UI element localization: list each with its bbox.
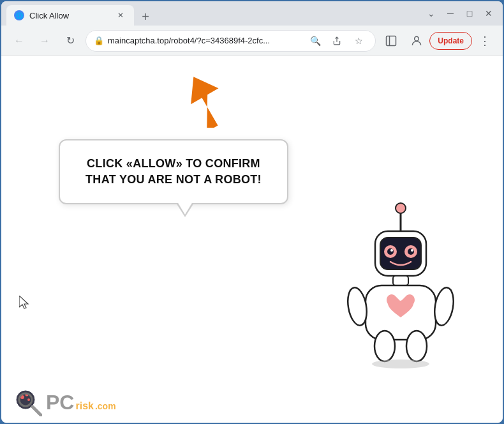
title-bar: 🌐 Click Allow ✕ + ⌄ ─ □ ✕ xyxy=(1,1,503,26)
svg-marker-22 xyxy=(19,296,28,308)
page-content: CLICK «ALLOW» TO CONFIRM THAT YOU ARE NO… xyxy=(1,56,503,423)
share-icon[interactable] xyxy=(328,32,346,50)
speech-bubble: CLICK «ALLOW» TO CONFIRM THAT YOU ARE NO… xyxy=(59,139,288,204)
reload-button[interactable]: ↻ xyxy=(60,31,80,51)
svg-marker-4 xyxy=(183,69,234,128)
toolbar: ← → ↻ 🔒 maincaptcha.top/robot4/?c=343689… xyxy=(1,26,503,56)
window-controls: ⌄ ─ □ ✕ xyxy=(422,4,498,22)
watermark: PC risk .com xyxy=(14,388,116,416)
svg-rect-15 xyxy=(393,276,408,285)
tab-favicon: 🌐 xyxy=(14,10,24,20)
close-button[interactable]: ✕ xyxy=(480,4,498,22)
search-icon[interactable]: 🔍 xyxy=(306,32,324,50)
svg-point-2 xyxy=(415,36,419,41)
svg-point-6 xyxy=(396,203,406,213)
toolbar-right: Update ⋮ xyxy=(406,31,495,51)
sidebar-toggle-button[interactable] xyxy=(381,32,401,50)
svg-point-11 xyxy=(387,248,394,255)
back-button[interactable]: ← xyxy=(9,31,29,51)
svg-point-14 xyxy=(411,249,413,252)
lock-icon: 🔒 xyxy=(94,36,104,45)
address-text: maincaptcha.top/robot4/?c=343689f4-2cfc.… xyxy=(108,36,302,45)
watermark-com: .com xyxy=(95,402,116,411)
watermark-risk: risk xyxy=(75,401,93,411)
svg-point-20 xyxy=(406,331,427,361)
orange-arrow xyxy=(183,64,241,130)
new-tab-button[interactable]: + xyxy=(137,8,154,26)
chevron-down-icon[interactable]: ⌄ xyxy=(422,4,440,22)
bookmark-icon[interactable]: ☆ xyxy=(350,32,367,50)
bubble-text: CLICK «ALLOW» TO CONFIRM THAT YOU ARE NO… xyxy=(78,156,269,188)
mouse-cursor xyxy=(19,296,31,310)
svg-line-27 xyxy=(33,407,41,415)
more-options-button[interactable]: ⋮ xyxy=(475,31,495,51)
address-bar[interactable]: 🔒 maincaptcha.top/robot4/?c=343689f4-2cf… xyxy=(85,30,376,52)
browser-window: 🌐 Click Allow ✕ + ⌄ ─ □ ✕ ← → ↻ 🔒 mainca… xyxy=(1,1,503,423)
profile-button[interactable] xyxy=(406,31,427,51)
tab-close-button[interactable]: ✕ xyxy=(115,10,126,21)
update-button[interactable]: Update xyxy=(429,32,472,50)
minimize-button[interactable]: ─ xyxy=(441,4,459,22)
svg-rect-0 xyxy=(387,36,396,45)
svg-point-21 xyxy=(372,360,429,368)
tab-area: 🌐 Click Allow ✕ + xyxy=(6,1,417,26)
watermark-pc: PC xyxy=(46,392,74,413)
svg-point-13 xyxy=(390,249,393,252)
active-tab[interactable]: 🌐 Click Allow ✕ xyxy=(6,5,134,26)
maximize-button[interactable]: □ xyxy=(461,4,478,22)
watermark-text: PC risk .com xyxy=(46,392,116,413)
svg-point-19 xyxy=(374,331,395,361)
svg-point-12 xyxy=(408,248,414,255)
tab-title: Click Allow xyxy=(29,11,110,20)
svg-point-18 xyxy=(432,286,456,327)
svg-point-17 xyxy=(345,286,369,327)
forward-button[interactable]: → xyxy=(34,31,55,51)
svg-point-26 xyxy=(27,398,30,401)
robot-illustration xyxy=(337,199,464,378)
